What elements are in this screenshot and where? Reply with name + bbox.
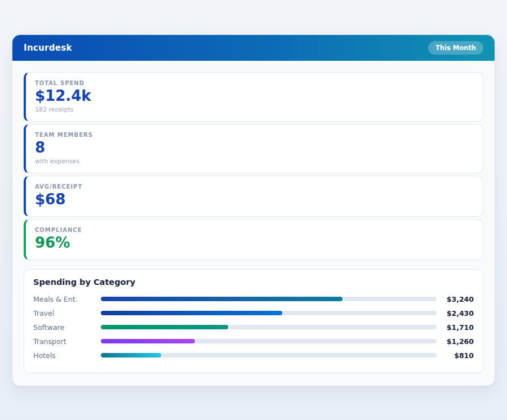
stat-card: AVG/RECEIPT$68 xyxy=(24,176,483,217)
category-value: $1,710 xyxy=(437,323,474,332)
category-row: Hotels$810 xyxy=(33,348,474,363)
dashboard-card: Incurdesk This Month TOTAL SPEND$12.4k18… xyxy=(12,35,495,386)
category-label: Meals & Ent. xyxy=(33,295,101,303)
category-bar-track xyxy=(101,339,437,343)
stat-value: $12.4k xyxy=(35,88,474,105)
category-value: $2,430 xyxy=(437,309,474,318)
category-bar-fill xyxy=(101,353,161,358)
category-bar-track xyxy=(101,297,437,301)
category-bar-fill xyxy=(101,339,195,343)
stat-card: TOTAL SPEND$12.4k182 receipts xyxy=(24,72,483,122)
stat-label: TOTAL SPEND xyxy=(35,80,474,86)
stat-subtitle: with expenses xyxy=(35,158,474,165)
stat-card: COMPLIANCE96% xyxy=(24,219,483,260)
category-bar-track xyxy=(101,325,437,329)
stat-label: COMPLIANCE xyxy=(35,227,474,233)
app-title: Incurdesk xyxy=(24,43,72,53)
app-header: Incurdesk This Month xyxy=(12,35,495,61)
category-bar-track xyxy=(101,353,437,358)
category-value: $810 xyxy=(437,351,474,360)
category-value: $1,260 xyxy=(437,337,474,346)
category-row: Meals & Ent.$3,240 xyxy=(33,292,474,306)
category-label: Travel xyxy=(33,309,101,318)
stat-card: TEAM MEMBERS8with expenses xyxy=(24,124,483,173)
spending-card: Spending by Category Meals & Ent.$3,240T… xyxy=(24,269,483,373)
category-row: Transport$1,260 xyxy=(33,334,474,348)
category-row: Software$1,710 xyxy=(33,320,474,334)
stat-subtitle: 182 receipts xyxy=(35,106,474,113)
app-body: TOTAL SPEND$12.4k182 receiptsTEAM MEMBER… xyxy=(12,61,495,386)
category-value: $3,240 xyxy=(437,295,474,303)
category-bar-fill xyxy=(101,325,228,329)
stat-label: TEAM MEMBERS xyxy=(35,132,474,138)
stat-value: 96% xyxy=(35,235,474,252)
stat-value: $68 xyxy=(35,191,474,208)
category-bar-fill xyxy=(101,297,343,301)
category-label: Hotels xyxy=(33,351,101,360)
category-bar-list: Meals & Ent.$3,240Travel$2,430Software$1… xyxy=(33,292,474,363)
category-bar-track xyxy=(101,311,437,315)
category-label: Software xyxy=(33,323,101,332)
category-label: Transport xyxy=(33,337,101,346)
category-bar-fill xyxy=(101,311,282,315)
stats-list: TOTAL SPEND$12.4k182 receiptsTEAM MEMBER… xyxy=(24,72,483,260)
period-badge[interactable]: This Month xyxy=(428,41,483,55)
stat-value: 8 xyxy=(35,140,474,157)
category-row: Travel$2,430 xyxy=(33,306,474,320)
stat-label: AVG/RECEIPT xyxy=(35,184,474,190)
spending-title: Spending by Category xyxy=(33,278,474,287)
